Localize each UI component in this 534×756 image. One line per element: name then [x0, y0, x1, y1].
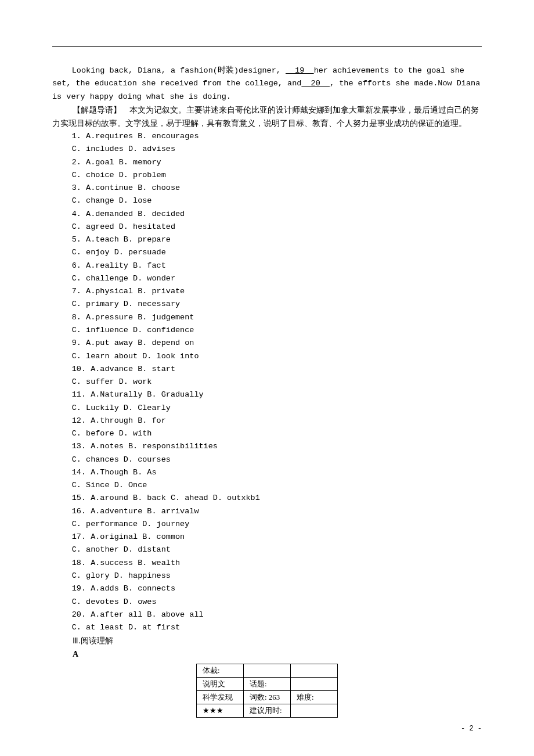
- option-line: 13. A.notes B. responsibilities: [52, 440, 482, 453]
- table-cell: [291, 677, 338, 690]
- option-line: C. challenge D. wonder: [52, 272, 482, 285]
- table-cell-genre-value: 说明文: [197, 677, 244, 690]
- option-line: 7. A.physical B. private: [52, 285, 482, 298]
- option-line: C. agreed D. hesitated: [52, 221, 482, 233]
- table-row: 科学发现 词数: 263 难度:: [197, 690, 338, 704]
- passage-text-prefix: Looking back, Diana, a fashion(时装)design…: [72, 66, 286, 75]
- option-line: C. choice D. problem: [52, 169, 482, 182]
- page-number: - 2 -: [461, 725, 482, 733]
- guide-label: 【解题导语】: [73, 106, 121, 114]
- option-line: C. another D. distant: [52, 543, 482, 556]
- option-line: 4. A.demanded B. decided: [52, 208, 482, 221]
- table-cell-time-label: 建议用时:: [244, 704, 291, 717]
- blank-20: 20: [301, 79, 330, 88]
- option-line: C. glory D. happiness: [52, 570, 482, 582]
- option-line: 6. A.reality B. fact: [52, 260, 482, 272]
- option-line: 17. A.original B. common: [52, 531, 482, 543]
- option-line: 16. A.adventure B. arrivalw: [52, 505, 482, 518]
- option-line: C. primary D. necessary: [52, 298, 482, 311]
- option-line: C. influence D. confidence: [52, 324, 482, 337]
- option-line: 14. A.Though B. As: [52, 466, 482, 479]
- option-line: 9. A.put away B. depend on: [52, 337, 482, 350]
- option-line: 3. A.continue B. choose: [52, 182, 482, 195]
- option-line: C. at least D. at first: [52, 621, 482, 634]
- table-cell-topic-value: 科学发现: [197, 690, 244, 704]
- option-line: 15. A.around B. back C. ahead D. outxkb1: [52, 492, 482, 505]
- option-line: C. chances D. courses: [52, 453, 482, 466]
- table-cell: [291, 704, 338, 717]
- option-line: 18. A.success B. wealth: [52, 557, 482, 570]
- passage-info-table: 体裁: 说明文 话题: 科学发现 词数: 263 难度: ★★★ 建议用时:: [196, 664, 338, 718]
- table-cell: [244, 664, 291, 677]
- option-line: C. suffer D. work: [52, 376, 482, 388]
- option-line: 12. A.through B. for: [52, 415, 482, 427]
- option-line: 1. A.requires B. encourages: [52, 130, 482, 143]
- table-cell-genre-label: 体裁:: [197, 664, 244, 677]
- option-line: C. Since D. Once: [52, 479, 482, 492]
- passage-paragraph: Looking back, Diana, a fashion(时装)design…: [52, 64, 482, 103]
- blank-19: 19: [286, 66, 314, 75]
- option-line: 8. A.pressure B. judgement: [52, 311, 482, 324]
- table-cell-difficulty-label: 难度:: [291, 690, 338, 704]
- table-row: 说明文 话题:: [197, 677, 338, 690]
- cloze-options: 1. A.requires B. encourages C. includes …: [52, 130, 482, 634]
- option-line: 10. A.advance B. start: [52, 363, 482, 376]
- table-cell-wordcount: 词数: 263: [244, 690, 291, 704]
- table-cell-difficulty-stars: ★★★: [197, 704, 244, 717]
- document-page: Looking back, Diana, a fashion(时装)design…: [0, 0, 534, 756]
- option-line: C. enjoy D. persuade: [52, 246, 482, 259]
- page-top-rule: [52, 46, 482, 47]
- option-line: C. devotes D. owes: [52, 596, 482, 609]
- option-line: 5. A.teach B. prepare: [52, 233, 482, 246]
- section-a-heading: A: [52, 647, 482, 661]
- option-line: 20. A.after all B. above all: [52, 609, 482, 621]
- option-line: C. performance D. journey: [52, 518, 482, 531]
- table-row: ★★★ 建议用时:: [197, 704, 338, 717]
- table-cell: [291, 664, 338, 677]
- guide-paragraph: 【解题导语】 本文为记叙文。主要讲述来自哥伦比亚的设计师戴安娜到加拿大重新发展事…: [52, 103, 482, 130]
- table-row: 体裁:: [197, 664, 338, 677]
- option-line: 2. A.goal B. memory: [52, 156, 482, 169]
- section-3-heading: Ⅲ.阅读理解: [52, 634, 482, 647]
- table-cell-topic-label: 话题:: [244, 677, 291, 690]
- option-line: C. Luckily D. Clearly: [52, 402, 482, 415]
- option-line: C. includes D. advises: [52, 143, 482, 156]
- option-line: C. before D. with: [52, 427, 482, 440]
- option-line: C. change D. lose: [52, 195, 482, 207]
- option-line: 19. A.adds B. connects: [52, 582, 482, 595]
- option-line: 11. A.Naturally B. Gradually: [52, 388, 482, 401]
- option-line: C. learn about D. look into: [52, 350, 482, 363]
